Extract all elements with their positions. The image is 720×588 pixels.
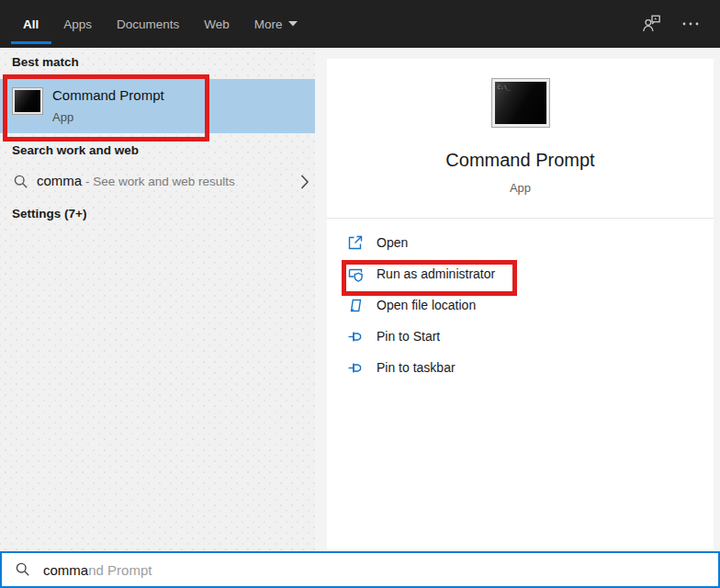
search-icon (15, 561, 31, 578)
action-list: Open Run as administrator (327, 227, 714, 383)
pin-icon (347, 328, 364, 345)
start-search-window: All Apps Documents Web More (0, 0, 720, 588)
chevron-down-icon (288, 21, 298, 27)
chevron-right-icon (300, 174, 309, 190)
tab-more-label: More (254, 17, 283, 31)
web-search-suggestion[interactable]: comma - See work and web results (0, 167, 315, 197)
tab-documents[interactable]: Documents (117, 0, 179, 48)
run-as-administrator-shield-icon (347, 266, 364, 282)
action-pin-to-start[interactable]: Pin to Start (327, 321, 714, 352)
action-run-as-administrator[interactable]: Run as administrator (327, 258, 714, 289)
action-pin-to-start-label: Pin to Start (377, 329, 440, 344)
best-match-type: App (52, 110, 73, 124)
search-typed-text: comma (43, 562, 88, 578)
action-open-file-location[interactable]: Open file location (327, 289, 714, 321)
action-open-label: Open (377, 235, 408, 250)
tab-web-label: Web (204, 17, 230, 31)
search-work-web-heading: Search work and web (12, 143, 139, 157)
suggestion-rest: - See work and web results (82, 175, 235, 188)
best-match-result-command-prompt[interactable]: Command Prompt App (0, 79, 315, 133)
preview-panel: C:\_ Command Prompt App Open (315, 48, 720, 551)
tab-all-label: All (23, 17, 39, 31)
suggestion-query: comma (37, 173, 82, 188)
preview-card: C:\_ Command Prompt App Open (327, 59, 714, 549)
search-icon (13, 174, 29, 190)
pin-icon (347, 359, 364, 376)
preview-type: App (327, 181, 714, 195)
card-divider (327, 218, 714, 219)
search-filter-bar: All Apps Documents Web More (0, 0, 720, 48)
action-open-file-location-label: Open file location (377, 298, 476, 312)
action-run-as-administrator-label: Run as administrator (377, 266, 495, 281)
command-prompt-icon-large: C:\_ (492, 79, 549, 127)
search-input-text: command Prompt (43, 562, 152, 578)
best-match-heading: Best match (12, 55, 79, 69)
best-match-title: Command Prompt (52, 87, 164, 103)
preview-title: Command Prompt (327, 150, 714, 171)
command-prompt-icon (13, 88, 42, 114)
filter-tabs: All Apps Documents Web More (0, 0, 298, 48)
settings-heading: Settings (7+) (12, 207, 86, 220)
more-options-icon[interactable] (680, 14, 702, 34)
search-autocomplete-text: nd Prompt (88, 562, 152, 578)
tab-apps[interactable]: Apps (63, 0, 92, 48)
tab-all[interactable]: All (23, 0, 39, 48)
suggestion-text: comma - See work and web results (37, 173, 235, 189)
results-panel: Best match Command Prompt App Search wor… (0, 48, 315, 551)
action-pin-to-taskbar[interactable]: Pin to taskbar (327, 352, 714, 383)
action-open[interactable]: Open (327, 227, 714, 258)
tab-documents-label: Documents (117, 17, 179, 31)
feedback-icon[interactable] (641, 13, 663, 35)
search-input[interactable]: command Prompt (0, 551, 720, 588)
tab-web[interactable]: Web (204, 0, 230, 48)
file-location-icon (347, 297, 364, 313)
open-icon (347, 234, 364, 251)
tab-more[interactable]: More (254, 0, 298, 48)
action-pin-to-taskbar-label: Pin to taskbar (377, 360, 456, 375)
tab-apps-label: Apps (63, 17, 92, 31)
